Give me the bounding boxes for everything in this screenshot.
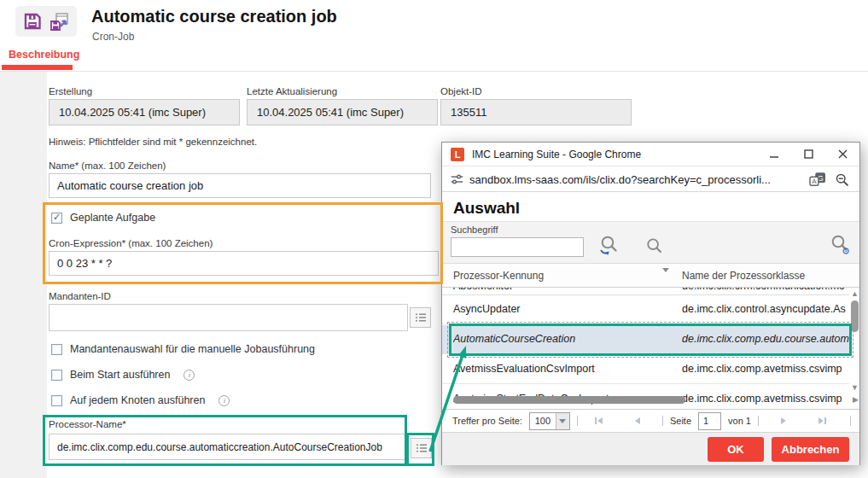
page-subtitle: Cron-Job <box>92 31 134 43</box>
mandant-input[interactable] <box>49 304 408 331</box>
scroll-down-icon[interactable]: ▼ <box>851 384 859 392</box>
cell-klasse: de.imc.clix.comp.avetmiss.csvimp <box>682 393 849 405</box>
cell-kennung: AbosMonitor <box>453 288 513 292</box>
first-page-icon <box>595 417 597 424</box>
scroll-up-icon[interactable]: ▲ <box>851 290 859 298</box>
translate-icon: G A <box>809 172 826 187</box>
column-header-kennung[interactable]: Prozessor-Kennung <box>453 270 544 282</box>
column-header-klasse[interactable]: Name der Prozessorklasse <box>682 270 805 282</box>
per-page-value: 100 <box>530 413 556 429</box>
info-icon[interactable]: i <box>184 370 195 381</box>
horizontal-scrollbar-thumb[interactable] <box>453 396 685 404</box>
search-refresh-icon <box>597 234 620 257</box>
processor-label: Processor-Name* <box>49 419 126 429</box>
pagination-separator <box>577 416 578 426</box>
table-body: AbosMonitor de.imc.clix.crm.communicatio… <box>442 288 859 409</box>
site-settings-button[interactable] <box>450 172 464 187</box>
cell-kennung: AvetmissEvaluationCsvImport <box>453 363 667 375</box>
search-icon <box>644 236 665 257</box>
save-and-exit-button[interactable] <box>48 9 72 33</box>
previous-page-button[interactable] <box>625 417 650 424</box>
maximize-icon <box>804 149 813 159</box>
maximize-button[interactable] <box>791 143 825 166</box>
mandant-selection-checkbox[interactable] <box>51 344 62 355</box>
table-row[interactable]: AvetmissEvaluationCsvImport de.imc.clix.… <box>442 355 849 384</box>
table-row-partial[interactable]: AbosMonitor de.imc.clix.crm.communicatio… <box>442 288 849 295</box>
processor-picker-button[interactable] <box>411 438 432 458</box>
mandant-selection-label: Mandantenauswahl für die manuelle Jobaus… <box>70 343 315 355</box>
translate-button[interactable]: G A <box>809 172 826 187</box>
svg-text:A: A <box>812 178 817 185</box>
per-page-dropdown-button[interactable] <box>556 413 569 429</box>
table-row[interactable]: AsyncUpdater de.imc.clix.control.asyncup… <box>442 295 849 324</box>
next-page-icon <box>781 417 786 424</box>
search-settings-button[interactable]: ⚙ <box>828 233 852 257</box>
mandant-label: Mandanten-ID <box>49 291 111 301</box>
cell-klasse: de.imc.clix.comp.avetmiss.csvimp <box>682 363 849 375</box>
popup-titlebar[interactable]: L IMC Learning Suite - Google Chrome <box>442 143 859 166</box>
cron-label: Cron-Expression* (max. 100 Zeichen) <box>49 238 213 248</box>
vertical-scrollbar-thumb[interactable] <box>851 300 859 332</box>
save-button[interactable] <box>20 9 44 33</box>
name-input[interactable]: Automatic course creation job <box>49 173 431 198</box>
page-title: Automatic course creation job <box>91 7 337 26</box>
per-page-label: Treffer pro Seite: <box>452 416 522 426</box>
save-icon <box>22 11 43 32</box>
cron-input[interactable]: 0 0 23 * * ? <box>49 251 439 276</box>
list-picker-icon <box>416 443 428 453</box>
pagination-bar: Treffer pro Seite: 100 Seite 1 von 1 <box>442 409 859 432</box>
tab-beschreibung[interactable]: Beschreibung <box>9 49 79 61</box>
scroll-right-icon[interactable]: ▶ <box>853 396 859 404</box>
erstellung-value: 10.04.2025 05:41 (imc Super) <box>49 99 240 125</box>
table-row-selected[interactable]: AutomaticCourseCreation de.imc.clix.comp… <box>442 325 849 354</box>
tab-active-underline <box>2 65 73 70</box>
run-on-start-checkbox-row: Beim Start ausführen i <box>51 369 195 381</box>
url-text[interactable]: sandbox.lms-saas.com/ils/clix.do?searchK… <box>469 173 809 186</box>
last-page-icon <box>818 417 824 424</box>
popup-footer: OK Abbrechen <box>442 432 859 465</box>
zoom-out-button[interactable] <box>835 172 849 187</box>
mandant-selection-checkbox-row: Mandantenauswahl für die manuelle Jobaus… <box>51 343 315 355</box>
minimize-icon <box>770 149 779 159</box>
processor-input[interactable]: de.imc.clix.comp.edu.course.automaticcre… <box>49 434 408 460</box>
last-page-button[interactable] <box>808 417 836 424</box>
name-label: Name* (max. 100 Zeichen) <box>49 160 166 171</box>
cancel-button[interactable]: Abbrechen <box>772 437 849 462</box>
scheduled-checkbox[interactable] <box>51 213 62 224</box>
first-page-button[interactable] <box>585 417 613 424</box>
page-count-label: von 1 <box>728 416 751 426</box>
search-refresh-button[interactable] <box>597 234 620 257</box>
cell-kennung: AsyncUpdater <box>453 303 667 315</box>
save-and-exit-icon <box>49 11 71 32</box>
run-on-every-node-checkbox[interactable] <box>51 395 62 406</box>
objekt-id-label: Objekt-ID <box>440 86 482 96</box>
selection-popup-window: L IMC Learning Suite - Google Chrome <box>441 142 860 465</box>
page-number-input[interactable]: 1 <box>698 412 721 430</box>
scheduled-checkbox-label: Geplante Aufgabe <box>70 212 155 224</box>
search-input[interactable] <box>451 237 584 257</box>
chevron-down-icon <box>559 419 566 423</box>
run-on-start-label: Beim Start ausführen <box>70 369 170 381</box>
column-sort-dropdown[interactable] <box>662 272 669 284</box>
tabbar-divider <box>0 71 868 72</box>
ok-button[interactable]: OK <box>708 437 764 462</box>
minimize-button[interactable] <box>757 143 791 166</box>
letzte-aktualisierung-value: 10.04.2025 05:41 (imc Super) <box>247 99 438 125</box>
run-on-every-node-checkbox-row: Auf jedem Knoten ausführen i <box>51 394 230 406</box>
tune-icon <box>450 172 464 187</box>
pagination-separator <box>758 416 759 426</box>
cell-klasse: de.imc.clix.crm.communication.mc <box>682 288 844 292</box>
per-page-select[interactable]: 100 <box>529 412 570 430</box>
run-on-start-checkbox[interactable] <box>51 370 62 381</box>
close-button[interactable] <box>825 143 859 166</box>
mandatory-hint: Hinweis: Pflichtfelder sind mit * gekenn… <box>49 137 257 147</box>
letzte-aktualisierung-label: Letzte Aktualisierung <box>247 86 337 96</box>
info-icon[interactable]: i <box>218 395 230 406</box>
search-label: Suchbegriff <box>451 224 498 235</box>
objekt-id-value: 135511 <box>440 99 632 125</box>
pagination-separator <box>850 416 851 426</box>
next-page-button[interactable] <box>771 417 796 424</box>
search-button[interactable] <box>644 236 665 257</box>
mandant-picker-button[interactable] <box>410 307 431 328</box>
run-on-every-node-label: Auf jedem Knoten ausführen <box>70 394 205 406</box>
